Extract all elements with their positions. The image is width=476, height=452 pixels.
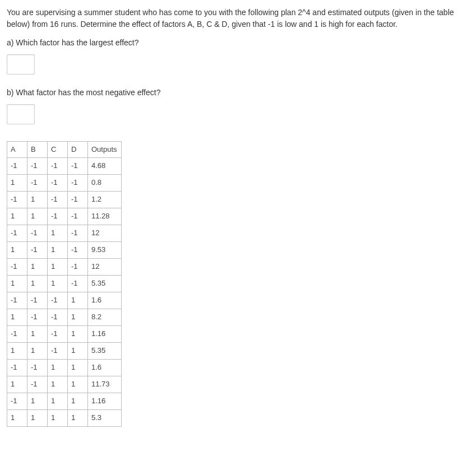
table-row: -111-112 [7,258,122,275]
table-cell: 1 [68,342,88,359]
table-cell: 1 [68,393,88,409]
header-d: D [68,142,88,158]
table-cell: 5.3 [88,409,122,426]
table-cell: -1 [48,157,68,174]
table-cell: 4.68 [88,157,122,174]
table-cell: 1.6 [88,292,122,309]
table-cell: 12 [88,225,122,241]
table-cell: 9.53 [88,241,122,258]
table-header-row: A B C D Outputs [7,142,122,158]
table-cell: 1.6 [88,359,122,376]
table-cell: 1 [27,342,48,359]
table-cell: -1 [68,258,88,275]
table-row: 1-11-19.53 [7,241,122,258]
table-cell: 1 [7,208,27,225]
table-cell: -1 [48,292,68,309]
table-cell: 1 [48,275,68,292]
table-cell: -1 [27,225,48,241]
table-row: 1-1-118.2 [7,309,122,325]
table-cell: 1 [7,241,27,258]
answer-a-input[interactable] [7,54,35,74]
table-row: 1-11111.73 [7,376,122,393]
table-cell: 1 [27,208,48,225]
header-c: C [48,142,68,158]
table-cell: -1 [7,325,27,342]
table-cell: 1.2 [88,191,122,208]
table-cell: 1 [7,309,27,325]
data-table: A B C D Outputs -1-1-1-14.681-1-1-10.8-1… [7,141,122,427]
table-row: -11-1-11.2 [7,191,122,208]
table-cell: -1 [27,292,48,309]
table-cell: 1 [48,225,68,241]
table-cell: -1 [7,258,27,275]
table-cell: -1 [68,241,88,258]
table-cell: 8.2 [88,309,122,325]
table-row: -1-1-1-14.68 [7,157,122,174]
header-a: A [7,142,27,158]
table-cell: 1 [7,376,27,393]
table-cell: 1 [27,409,48,426]
table-cell: -1 [48,208,68,225]
table-cell: -1 [7,157,27,174]
table-cell: -1 [48,325,68,342]
table-cell: 1 [48,376,68,393]
table-row: 11-115.35 [7,342,122,359]
table-row: -1-1-111.6 [7,292,122,309]
table-cell: 1 [68,292,88,309]
table-cell: 1 [7,174,27,191]
table-cell: 1 [27,258,48,275]
table-cell: 1 [48,393,68,409]
problem-intro: You are supervising a summer student who… [7,7,469,30]
table-cell: -1 [48,309,68,325]
table-row: 1-1-1-10.8 [7,174,122,191]
table-row: -1-1111.6 [7,359,122,376]
table-cell: 12 [88,258,122,275]
table-cell: -1 [68,275,88,292]
table-cell: 1 [27,275,48,292]
table-cell: 1 [48,241,68,258]
table-cell: -1 [27,309,48,325]
table-cell: 11.73 [88,376,122,393]
table-cell: -1 [27,241,48,258]
table-row: -11111.16 [7,393,122,409]
table-cell: 5.35 [88,342,122,359]
table-cell: -1 [48,174,68,191]
table-cell: 1 [68,325,88,342]
table-cell: -1 [7,292,27,309]
table-cell: -1 [7,191,27,208]
header-b: B [27,142,48,158]
table-cell: -1 [7,393,27,409]
question-a: a) Which factor has the largest effect? [7,37,469,49]
table-cell: 1 [7,409,27,426]
table-cell: -1 [68,157,88,174]
table-cell: -1 [27,157,48,174]
table-cell: 1.16 [88,325,122,342]
table-row: 11115.3 [7,409,122,426]
table-cell: -1 [27,174,48,191]
table-cell: -1 [48,342,68,359]
table-cell: 1 [7,342,27,359]
table-cell: -1 [68,174,88,191]
table-cell: 1 [27,191,48,208]
table-cell: 1.16 [88,393,122,409]
table-cell: 1 [48,258,68,275]
table-row: 111-15.35 [7,275,122,292]
answer-b-input[interactable] [7,104,35,124]
table-cell: 1 [48,359,68,376]
question-b: b) What factor has the most negative eff… [7,87,469,99]
table-cell: 5.35 [88,275,122,292]
table-cell: -1 [27,359,48,376]
table-cell: -1 [48,191,68,208]
table-cell: -1 [7,225,27,241]
table-cell: -1 [68,208,88,225]
table-cell: -1 [7,359,27,376]
table-row: 11-1-111.28 [7,208,122,225]
table-cell: 1 [68,409,88,426]
table-cell: -1 [68,225,88,241]
table-cell: -1 [68,191,88,208]
table-cell: 1 [48,409,68,426]
table-cell: 11.28 [88,208,122,225]
table-cell: 1 [68,309,88,325]
table-cell: 1 [68,376,88,393]
table-row: -11-111.16 [7,325,122,342]
